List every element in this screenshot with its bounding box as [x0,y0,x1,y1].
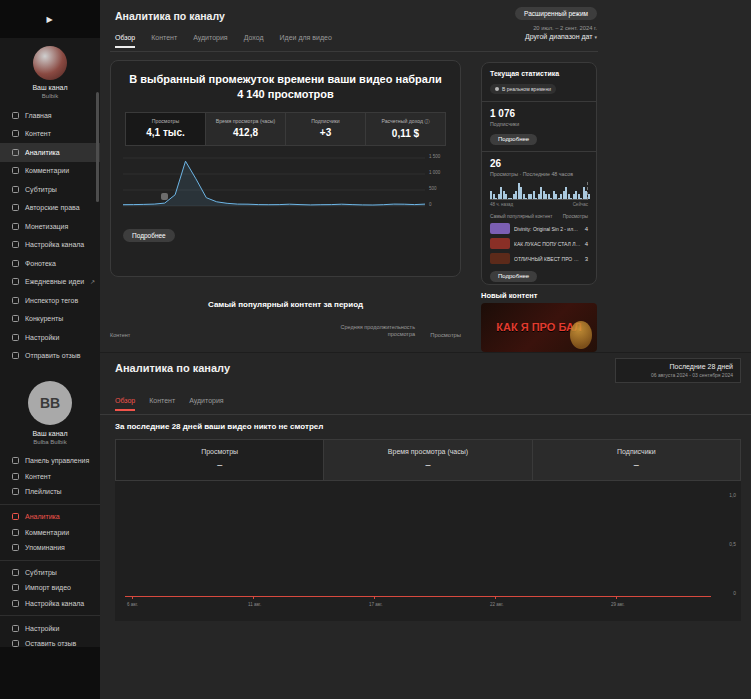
sidebar-item[interactable]: Упоминания [0,540,100,556]
sidebar-item-label: Авторские права [25,204,80,211]
sidebar-item[interactable]: Плейлисты [0,484,100,500]
new-content-thumbnail[interactable]: КАК Я ПРО БАЛ [481,303,597,352]
realtime-list-header: Самый популярный контент Просмотры [490,214,588,219]
period-dropdown[interactable]: Последние 28 дней 06 августа 2024 - 03 с… [615,358,741,383]
y-tick: 1 000 [429,170,440,175]
analytics-tab[interactable]: Обзор [115,397,135,411]
sidebar-menu-bottom: Панель управления Контент Плейлисты Анал… [0,453,100,652]
video-publish-marker[interactable] [161,193,168,200]
sidebar-item-label: Комментарии [25,167,69,174]
sidebar-item[interactable]: Аналитика [0,143,100,162]
live-dot-icon [495,87,499,91]
column-content: Контент [110,332,335,338]
sidebar-item[interactable]: Ежедневные идеи ↗ [0,273,100,292]
competitors-icon [12,315,19,322]
realtime-details-button[interactable]: Подробнее [490,271,537,282]
tab-label: Доход [244,34,264,41]
settings-icon [12,334,19,341]
channel-name: Ваш канал [0,84,100,91]
overview-card: В выбранный промежуток времени ваши виде… [110,60,461,277]
content-icon [12,473,19,480]
settings-icon [12,625,19,632]
sidebar-item[interactable]: Настройки [0,328,100,347]
metric-value: – [116,460,323,470]
y-tick: 1,0 [729,493,736,498]
date-picker-label[interactable]: Другой диапазон дат ▾ [525,33,597,40]
sidebar-scrollbar[interactable] [96,92,99,202]
sidebar-item[interactable]: Аналитика [0,509,100,525]
sidebar-item[interactable]: Настройки [0,620,100,636]
realtime-subscribers-details-button[interactable]: Подробнее [490,134,537,145]
metric-value: – [324,460,531,470]
metric-card[interactable]: Расчетный доход ⓘ 0,11 $ [365,112,446,146]
tab-label: Идеи для видео [280,34,332,41]
sidebar-item-label: Контент [25,473,51,480]
analytics-tab[interactable]: Контент [151,34,177,48]
realtime-content-row[interactable]: КАК ЛУКАС ПОПУ СТАЛ ЛЕ... 4 [490,238,588,249]
realtime-content-row[interactable]: ОТЛИЧНЫЙ КВЕСТ ПРО КН... 3 [490,253,588,264]
sidebar-item[interactable]: Контент [0,469,100,485]
sidebar-item-label: Комментарии [25,529,69,536]
sidebar-footer [0,647,100,699]
sidebar-item[interactable]: Настройка канала [0,236,100,255]
video-thumbnail [490,253,510,264]
sidebar-item[interactable]: Конкуренты [0,310,100,329]
analytics-tab[interactable]: Аудитория [189,397,223,411]
axis-right-label: Сейчас [573,202,588,207]
analytics-tab[interactable]: Аудитория [193,34,227,48]
analytics-tab[interactable]: Контент [149,397,175,411]
metric-card[interactable]: Подписчики – [532,439,741,481]
metric-label: Просмотры [116,448,323,455]
page-title-2: Аналитика по каналу [115,362,230,374]
realtime-views-sparkline [490,182,588,200]
channel-avatar-2[interactable]: BB [28,381,72,425]
subtitles-icon [12,186,19,193]
metric-card[interactable]: Просмотры 4,1 тыс. [125,112,206,146]
sidebar-item[interactable]: Субтитры [0,565,100,581]
date-range-picker[interactable]: 20 июл. – 2 сент. 2024 г. Другой диапазо… [525,25,597,40]
metric-value: 412,8 [208,127,283,138]
sidebar-item-label: Настройки [25,625,59,632]
sidebar-item[interactable]: Авторские права [0,199,100,218]
dashboard-icon [12,457,19,464]
studio-logo-icon[interactable]: ▶ [46,15,53,24]
column-views[interactable]: Просмотры [415,332,461,338]
sidebar-item[interactable]: Главная [0,106,100,125]
sidebar-item[interactable]: Монетизация [0,217,100,236]
empty-views-chart: 1,0 0,5 0 6 авг.11 авг.17 авг.22 авг.29 … [115,481,741,621]
sidebar-item[interactable]: Комментарии [0,524,100,540]
realtime-content-row[interactable]: Divinity: Original Sin 2 - или к... 4 [490,223,588,234]
youtube-studio-analytics-screen: ▶ Ваш канал Bulbik Главная Контент Анали… [0,0,751,699]
sidebar-item-label: Фонотека [25,260,56,267]
sidebar-item[interactable]: Отправить отзыв [0,347,100,366]
y-tick: 0,5 [729,542,736,547]
external-link-icon: ↗ [90,278,95,285]
sidebar-item[interactable]: Настройка канала [0,596,100,612]
realtime-badge: В реальном времени [490,84,556,94]
channel-avatar[interactable] [33,46,67,80]
sidebar-item[interactable]: Контент [0,125,100,144]
tab-label: Аудитория [189,397,223,404]
video-title: КАК ЛУКАС ПОПУ СТАЛ ЛЕ... [514,241,581,247]
sidebar-item[interactable]: Комментарии [0,162,100,181]
sidebar-item[interactable]: Субтитры [0,180,100,199]
sidebar-item[interactable]: Инспектор тегов [0,291,100,310]
metric-card[interactable]: Время просмотра (часы) – [323,439,532,481]
video-views: 4 [585,226,588,232]
metric-card[interactable]: Подписчики +3 [285,112,366,146]
analytics-tab[interactable]: Идеи для видео [280,34,332,48]
sidebar-item-label: Субтитры [25,569,57,576]
sidebar-item[interactable]: Фонотека [0,254,100,273]
analytics-tab[interactable]: Обзор [115,34,135,48]
sidebar-item[interactable]: Импорт видео [0,580,100,596]
sidebar-item-label: Аналитика [25,513,60,520]
analytics-tab[interactable]: Доход [244,34,264,48]
metric-value: 4,1 тыс. [128,127,203,138]
advanced-mode-button[interactable]: Расширенный режим [515,7,597,20]
sparkline-axis: 48 ч. назад Сейчас [490,202,588,207]
metric-card[interactable]: Просмотры – [115,439,324,481]
metric-card[interactable]: Время просмотра (часы) 412,8 [205,112,286,146]
tab-label: Обзор [115,397,135,404]
overview-details-button[interactable]: Подробнее [123,229,175,242]
sidebar-item[interactable]: Панель управления [0,453,100,469]
